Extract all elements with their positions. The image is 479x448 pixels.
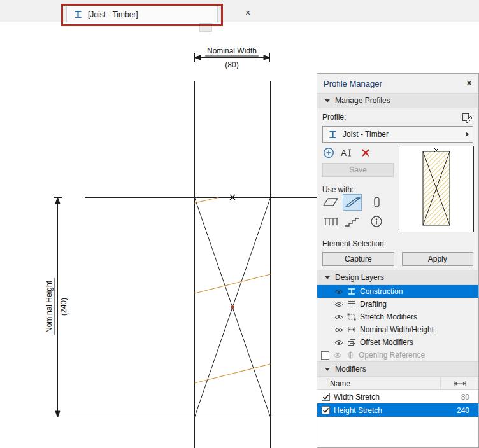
info-icon: [369, 214, 384, 229]
eye-icon[interactable]: [334, 340, 343, 346]
eye-icon[interactable]: [334, 302, 343, 307]
new-profile-button[interactable]: [321, 146, 336, 159]
section-label: Design Layers: [335, 273, 384, 282]
element-selection-buttons: Capture Apply: [322, 252, 473, 266]
text-cursor-icon: [347, 148, 352, 157]
center-node[interactable]: [231, 306, 234, 309]
layer-row-stretch-modifiers[interactable]: Stretch Modifiers: [317, 311, 478, 323]
tab-close-button[interactable]: ×: [243, 8, 253, 18]
apply-button[interactable]: Apply: [402, 252, 474, 266]
rename-icon: A: [341, 148, 347, 158]
layer-row-opening-reference[interactable]: Opening Reference: [317, 349, 478, 361]
delete-x-icon: [361, 148, 370, 157]
modifier-label: Height Stretch: [334, 406, 382, 415]
collapse-triangle-icon: [325, 368, 330, 371]
panel-close-button[interactable]: ×: [466, 78, 472, 88]
section-design-layers[interactable]: Design Layers: [317, 270, 478, 285]
profile-dropdown[interactable]: Joist - Timber: [322, 126, 473, 143]
layer-label: Offset Modifiers: [360, 338, 413, 347]
layer-row-offset-modifiers[interactable]: Offset Modifiers: [317, 336, 478, 349]
nominal-height-value: (240): [59, 298, 68, 316]
opening-reference-layer-icon: [346, 351, 355, 359]
construction-layer-icon: [347, 288, 356, 295]
hatch-lines: [195, 198, 271, 384]
layer-label: Drafting: [360, 300, 387, 309]
tab-drag-indicator: [199, 23, 212, 32]
dimension-column-header: [440, 377, 478, 389]
modifier-value: 80: [444, 393, 469, 402]
eye-icon[interactable]: [333, 353, 342, 358]
save-button[interactable]: Save: [322, 163, 394, 177]
layer-row-nominal-width-height[interactable]: Nominal Width/Height: [317, 323, 478, 336]
checkbox-checked[interactable]: [322, 406, 330, 414]
profile-settings-icon[interactable]: [461, 112, 473, 123]
section-manage-profiles[interactable]: Manage Profiles: [317, 93, 478, 108]
app-window: Nominal Width (80) Nominal Height (240) …: [0, 0, 479, 448]
modifiers-table-header: Name: [317, 377, 478, 390]
capture-button[interactable]: Capture: [322, 252, 394, 266]
checkbox-unchecked[interactable]: [321, 351, 329, 360]
use-with-info-button[interactable]: [367, 213, 386, 230]
profile-manager-panel: Profile Manager × Manage Profiles Profil…: [317, 73, 479, 448]
modifier-row-width-stretch[interactable]: Width Stretch 80: [317, 390, 478, 403]
eye-icon[interactable]: [334, 289, 343, 295]
collapse-triangle-icon: [325, 276, 330, 279]
stretch-modifiers-layer-icon: [347, 313, 356, 321]
use-with-beam-button[interactable]: [343, 194, 362, 211]
use-with-column-button[interactable]: [367, 194, 386, 211]
layer-row-construction[interactable]: Construction: [317, 285, 478, 298]
profile-icon: [328, 130, 338, 139]
tab-joist-timber[interactable]: [Joist - Timber]: [66, 6, 218, 22]
delete-profile-button[interactable]: [358, 146, 373, 159]
beam-icon: [343, 195, 361, 210]
wall-icon: [321, 195, 340, 210]
design-layers-list: Construction Drafting Stretch Modifier: [317, 285, 478, 361]
modifier-value: 240: [444, 406, 469, 415]
panel-title: Profile Manager: [324, 79, 382, 88]
layer-label: Construction: [360, 287, 403, 296]
modifiers-table: Name Width Stretch 80: [317, 377, 478, 447]
stair-icon: [343, 214, 362, 229]
collapse-triangle-icon: [325, 99, 330, 102]
use-with-stair-button[interactable]: [343, 213, 362, 230]
nominal-width-value: (80): [225, 60, 238, 69]
profile-label: Profile:: [322, 113, 346, 122]
nominal-dimension-layer-icon: [347, 326, 356, 333]
layer-label: Opening Reference: [359, 351, 425, 360]
use-with-railing-button[interactable]: [321, 213, 340, 230]
selected-profile-name: Joist - Timber: [343, 130, 389, 139]
layer-row-drafting[interactable]: Drafting: [317, 298, 478, 311]
modifier-label: Width Stretch: [334, 393, 380, 402]
profile-edge-lines: [53, 81, 317, 448]
tab-title: [Joist - Timber]: [88, 10, 138, 19]
tab-bar: [Joist - Timber] ×: [0, 0, 479, 22]
use-with-label: Use with:: [322, 185, 354, 194]
profile-icon: [73, 10, 83, 18]
section-label: Manage Profiles: [335, 96, 390, 105]
checkbox-checked[interactable]: [322, 393, 330, 401]
profile-preview-image: [399, 146, 473, 232]
modifier-row-height-stretch[interactable]: Height Stretch 240: [317, 403, 478, 417]
eye-icon[interactable]: [334, 314, 343, 320]
table-empty-area: [317, 417, 478, 447]
nominal-height-label: Nominal Height: [45, 280, 54, 333]
panel-titlebar[interactable]: Profile Manager ×: [317, 74, 478, 93]
profile-actions-region: A Save: [317, 145, 478, 234]
section-modifiers[interactable]: Modifiers: [317, 361, 478, 377]
eye-icon[interactable]: [334, 327, 343, 333]
plus-circle-icon: [323, 147, 334, 158]
nominal-width-label: Nominal Width: [207, 46, 257, 55]
name-column-header: Name: [317, 379, 440, 388]
element-selection-label: Element Selection:: [322, 239, 473, 248]
drafting-layer-icon: [347, 300, 356, 308]
section-label: Modifiers: [335, 365, 366, 374]
rename-profile-button[interactable]: A: [339, 146, 354, 159]
dimension-icon: [453, 381, 467, 387]
column-icon: [367, 195, 386, 210]
use-with-wall-button[interactable]: [321, 194, 340, 211]
railing-icon: [321, 214, 340, 229]
profile-label-row: Profile:: [317, 108, 478, 125]
layer-label: Stretch Modifiers: [360, 312, 417, 321]
dropdown-arrow-icon: [466, 132, 469, 137]
layer-label: Nominal Width/Height: [360, 325, 434, 334]
